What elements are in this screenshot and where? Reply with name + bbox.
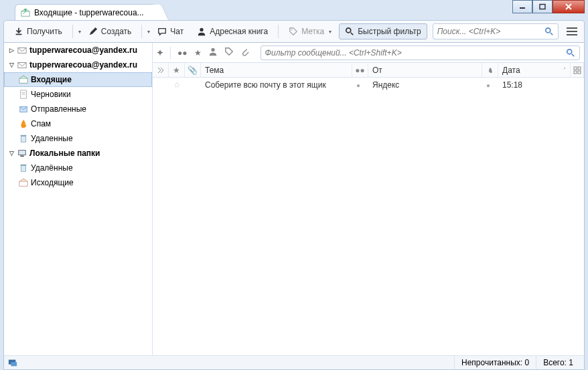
trash-icon [19,134,28,143]
tag-button[interactable]: Метка ▾ [283,23,338,39]
col-subject-label: Тема [205,66,224,75]
col-attachment[interactable]: 📎 [185,63,201,77]
message-row[interactable]: ☆ Соберите всю почту в этот ящик ● Яндек… [153,78,584,92]
folder-inbox[interactable]: Входящие [4,72,152,87]
account-label: tupperwarecoua@yandex.ru [29,45,137,55]
filter-attachment-icon[interactable] [240,47,250,58]
col-star[interactable]: ★ [169,63,185,77]
minimize-button[interactable] [512,0,532,13]
folder-label: Черновики [31,90,71,99]
chevron-down-icon: ▾ [329,29,332,35]
col-junk[interactable] [482,63,498,77]
message-filter[interactable] [261,45,581,60]
search-icon[interactable] [544,27,554,36]
twisty-icon[interactable]: ▽ [8,62,15,68]
col-date[interactable]: Дата˄ [498,63,571,77]
flame-icon [19,119,28,128]
subject-cell: Соберите всю почту в этот ящик [201,78,352,92]
document-icon [19,90,28,99]
quick-filter-label: Быстрый фильтр [358,27,421,36]
svg-line-29 [572,54,575,56]
column-headers: ★ 📎 Тема ●● От Дата˄ [153,63,584,78]
filter-unread-icon[interactable]: ●● [177,48,188,58]
chat-label: Чат [170,27,183,36]
col-date-label: Дата [502,66,520,75]
maximize-button[interactable] [532,0,553,13]
svg-rect-21 [21,135,27,136]
filter-input[interactable] [265,48,567,58]
filter-star-icon[interactable]: ★ [194,48,202,58]
create-dropdown[interactable]: ▾ [147,29,150,35]
folder-label: Исходящие [31,178,74,187]
folder-drafts[interactable]: Черновики [4,87,152,102]
download-icon [14,27,23,36]
folder-tree: ▷ tupperwarecoua@yandex.ru ▽ tupperwarec… [4,43,153,357]
show-unread-icon[interactable]: ✦ [157,48,163,58]
quick-filter-button[interactable]: Быстрый фильтр [339,23,427,39]
svg-point-27 [211,48,214,52]
svg-rect-1 [540,5,545,9]
account-item[interactable]: ▷ tupperwarecoua@yandex.ru [4,43,152,58]
get-mail-dropdown[interactable]: ▾ [78,29,81,35]
folder-spam[interactable]: Спам [4,116,152,131]
local-folders[interactable]: ▽ Локальные папки [4,146,152,161]
outbox-icon [19,178,28,187]
search-icon[interactable] [566,48,575,58]
svg-point-7 [200,28,204,31]
col-from[interactable]: От [368,63,482,77]
col-read[interactable]: ●● [352,63,368,77]
separator [278,25,279,38]
svg-rect-23 [20,156,23,157]
svg-rect-22 [19,151,26,155]
svg-point-9 [346,28,351,33]
filter-icons: ✦ ●● ★ [157,47,250,59]
twisty-icon[interactable]: ▽ [8,150,15,157]
address-book-button[interactable]: Адресная книга [191,23,274,39]
folder-trash[interactable]: Удаленные [4,131,152,146]
app-menu-button[interactable] [564,23,580,39]
create-label: Создать [101,27,132,36]
activity-icon[interactable] [8,358,17,367]
address-book-label: Адресная книга [210,27,268,36]
attachment-cell [185,78,201,92]
main-area: ▷ tupperwarecoua@yandex.ru ▽ tupperwarec… [3,43,585,357]
folder-sent[interactable]: Отправленные [4,102,152,116]
col-thread[interactable] [153,63,169,77]
col-from-label: От [372,66,382,75]
picker-cell [571,78,584,92]
magnifier-icon [345,27,354,36]
read-cell[interactable]: ● [352,78,368,92]
computer-icon [17,149,27,158]
svg-rect-35 [11,362,17,366]
global-search[interactable] [433,23,559,39]
account-item[interactable]: ▽ tupperwarecoua@yandex.ru [4,58,152,72]
tab-inbox[interactable]: Входящие - tupperwarecoua... [15,4,161,20]
tag-label: Метка [301,27,324,36]
star-cell[interactable]: ☆ [169,78,185,92]
separator [170,47,171,59]
local-folders-label: Локальные папки [29,149,100,158]
chat-icon [157,27,167,36]
filter-contact-icon[interactable] [208,47,218,58]
svg-rect-4 [21,11,29,16]
create-button[interactable]: Создать [82,23,138,39]
mail-icon [17,60,27,70]
svg-rect-25 [21,165,27,166]
col-subject[interactable]: Тема [201,63,352,77]
filter-tag-icon[interactable] [224,47,234,58]
get-mail-button[interactable]: Получить [8,23,68,39]
sort-indicator-icon: ˄ [563,67,566,73]
separator [141,25,142,38]
close-button[interactable] [553,0,585,13]
folder-local-trash[interactable]: Удалённые [4,161,152,175]
search-input[interactable] [437,27,544,36]
column-picker[interactable] [571,63,584,77]
junk-cell[interactable]: ● [482,78,498,92]
status-bar: Непрочитанных: 0 Всего: 1 [3,355,585,370]
folder-outbox[interactable]: Исходящие [4,175,152,190]
svg-point-5 [24,8,27,11]
chat-button[interactable]: Чат [151,23,190,39]
window-controls [512,0,585,13]
twisty-icon[interactable]: ▷ [8,47,15,54]
svg-rect-24 [21,166,26,172]
